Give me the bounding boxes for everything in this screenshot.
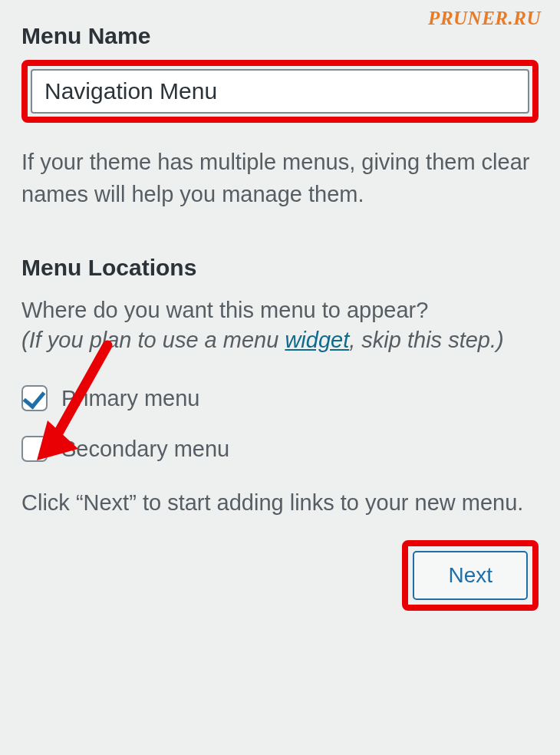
- secondary-menu-option[interactable]: Secondary menu: [21, 436, 539, 462]
- hint-suffix: , skip this step.): [349, 328, 503, 352]
- menu-locations-question: Where do you want this menu to appear?: [21, 298, 539, 323]
- next-instruction-text: Click “Next” to start adding links to yo…: [21, 486, 539, 519]
- menu-name-highlight-box: [21, 60, 539, 123]
- menu-locations-hint: (If you plan to use a menu widget, skip …: [21, 328, 539, 353]
- widget-link[interactable]: widget: [285, 328, 349, 352]
- secondary-menu-label: Secondary menu: [61, 437, 229, 462]
- button-row: Next: [21, 540, 539, 611]
- primary-menu-label: Primary menu: [61, 386, 200, 411]
- hint-prefix: (If you plan to use a menu: [21, 328, 285, 352]
- secondary-menu-checkbox[interactable]: [21, 436, 48, 462]
- menu-locations-heading: Menu Locations: [21, 255, 539, 281]
- next-button[interactable]: Next: [413, 551, 528, 600]
- next-button-highlight-box: Next: [402, 540, 539, 611]
- watermark-text: PRUNER.RU: [428, 8, 541, 29]
- primary-menu-checkbox[interactable]: [21, 385, 48, 411]
- menu-name-help-text: If your theme has multiple menus, giving…: [21, 146, 539, 210]
- primary-menu-option[interactable]: Primary menu: [21, 385, 539, 411]
- menu-name-input[interactable]: [31, 69, 529, 114]
